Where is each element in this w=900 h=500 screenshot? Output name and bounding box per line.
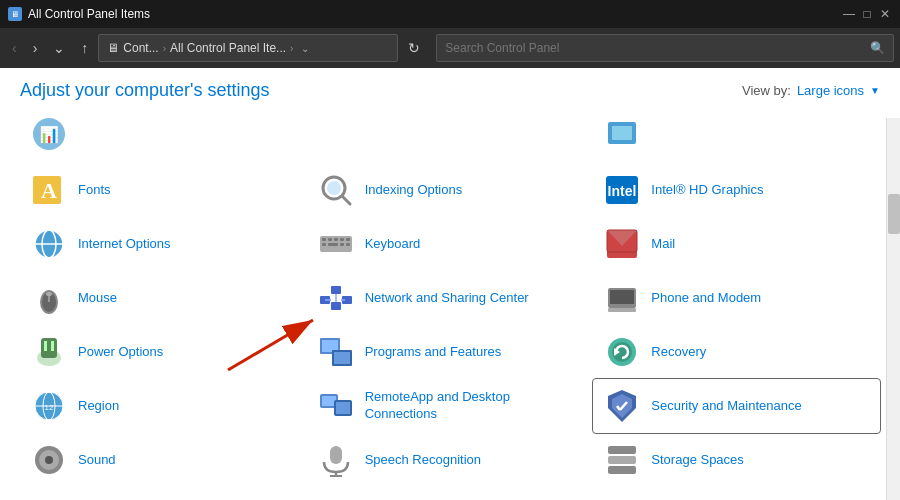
- search-icon: 🔍: [870, 41, 885, 55]
- recovery-icon: [603, 333, 641, 371]
- security-icon: [603, 387, 641, 425]
- list-item[interactable]: [593, 109, 880, 157]
- fonts-label: Fonts: [78, 182, 111, 199]
- list-item[interactable]: Phone and Modem: [593, 271, 880, 325]
- up-button[interactable]: ↑: [75, 36, 94, 60]
- list-item[interactable]: Recovery: [593, 325, 880, 379]
- view-by-dropdown-icon[interactable]: ▼: [870, 85, 880, 96]
- svg-rect-21: [322, 243, 326, 246]
- indexing-label: Indexing Options: [365, 182, 463, 199]
- svg-rect-71: [330, 446, 342, 464]
- minimize-button[interactable]: —: [842, 7, 856, 21]
- title-bar: 🖥 All Control Panel Items — □ ✕: [0, 0, 900, 28]
- storage-label: Storage Spaces: [651, 452, 744, 469]
- svg-rect-76: [608, 466, 636, 474]
- list-item[interactable]: 12 Region: [20, 379, 307, 433]
- remoteapp-icon: [317, 387, 355, 425]
- indexing-icon: [317, 171, 355, 209]
- title-controls: — □ ✕: [842, 7, 892, 21]
- list-item[interactable]: Intel Intel® HD Graphics: [593, 163, 880, 217]
- partial-top-row: 📊: [0, 109, 900, 157]
- mail-label: Mail: [651, 236, 675, 253]
- svg-rect-46: [44, 341, 47, 351]
- path-text2: All Control Panel Ite...: [170, 41, 286, 55]
- list-item[interactable]: [307, 109, 594, 157]
- fonts-icon: A: [30, 171, 68, 209]
- forward-button[interactable]: ›: [27, 36, 44, 60]
- list-item[interactable]: Speech Recognition: [307, 433, 594, 487]
- partial-icon-3: [603, 115, 641, 153]
- region-icon: 12: [30, 387, 68, 425]
- phone-label: Phone and Modem: [651, 290, 761, 307]
- close-button[interactable]: ✕: [878, 7, 892, 21]
- search-input[interactable]: [445, 41, 870, 55]
- mouse-icon: [30, 279, 68, 317]
- view-by-value[interactable]: Large icons: [797, 83, 864, 98]
- security-label: Security and Maintenance: [651, 398, 801, 415]
- sound-label: Sound: [78, 452, 116, 469]
- svg-rect-22: [328, 243, 338, 246]
- list-item[interactable]: Mail: [593, 217, 880, 271]
- list-item[interactable]: Indexing Options: [307, 163, 594, 217]
- list-item[interactable]: Network and Sharing Center: [307, 271, 594, 325]
- svg-rect-43: [608, 308, 636, 312]
- recent-locations-button[interactable]: ⌄: [47, 36, 71, 60]
- svg-rect-42: [610, 290, 634, 304]
- phone-icon: [603, 279, 641, 317]
- content-header: Adjust your computer's settings View by:…: [0, 68, 900, 109]
- power-label: Power Options: [78, 344, 163, 361]
- partial-icon-1: 📊: [30, 115, 68, 153]
- svg-rect-45: [41, 338, 57, 358]
- maximize-button[interactable]: □: [860, 7, 874, 21]
- speech-label: Speech Recognition: [365, 452, 481, 469]
- list-item[interactable]: Internet Options: [20, 217, 307, 271]
- list-item[interactable]: RemoteApp and Desktop Connections: [307, 379, 594, 433]
- refresh-button[interactable]: ↻: [402, 36, 426, 60]
- back-button[interactable]: ‹: [6, 36, 23, 60]
- svg-rect-35: [331, 302, 341, 310]
- svg-text:Intel: Intel: [608, 183, 637, 199]
- path-icon: 🖥: [107, 41, 119, 55]
- mouse-label: Mouse: [78, 290, 117, 307]
- search-box[interactable]: 🔍: [436, 34, 894, 62]
- list-item[interactable]: Security and Maintenance: [593, 379, 880, 433]
- svg-text:A: A: [41, 178, 57, 203]
- window-title: All Control Panel Items: [28, 7, 150, 21]
- svg-point-70: [45, 456, 53, 464]
- internet-icon: [30, 225, 68, 263]
- svg-rect-33: [331, 286, 341, 294]
- scrollbar-thumb[interactable]: [888, 194, 900, 234]
- list-item[interactable]: Power Options: [20, 325, 307, 379]
- items-container: A Fonts Indexing Options: [0, 159, 900, 491]
- app-icon: 🖥: [8, 7, 22, 21]
- svg-rect-19: [340, 238, 344, 241]
- list-item[interactable]: 📊: [20, 109, 307, 157]
- sound-icon: [30, 441, 68, 479]
- svg-text:12: 12: [45, 403, 54, 412]
- svg-rect-47: [51, 341, 54, 351]
- path-separator2: ›: [290, 43, 293, 54]
- path-dropdown-arrow[interactable]: ⌄: [297, 43, 313, 54]
- list-item[interactable]: Storage Spaces: [593, 433, 880, 487]
- list-item[interactable]: Programs and Features: [307, 325, 594, 379]
- scrollbar[interactable]: [886, 118, 900, 500]
- svg-rect-51: [334, 352, 350, 364]
- svg-rect-74: [608, 446, 636, 454]
- address-bar: ‹ › ⌄ ↑ 🖥 Cont... › All Control Panel It…: [0, 28, 900, 68]
- address-path[interactable]: 🖥 Cont... › All Control Panel Ite... › ⌄: [98, 34, 398, 62]
- keyboard-icon: [317, 225, 355, 263]
- svg-rect-61: [322, 396, 336, 406]
- svg-rect-24: [346, 243, 350, 246]
- intel-label: Intel® HD Graphics: [651, 182, 763, 199]
- svg-point-31: [46, 292, 52, 296]
- speech-icon: [317, 441, 355, 479]
- list-item[interactable]: Mouse: [20, 271, 307, 325]
- list-item[interactable]: A Fonts: [20, 163, 307, 217]
- svg-rect-63: [336, 402, 350, 414]
- storage-icon: [603, 441, 641, 479]
- items-grid: A Fonts Indexing Options: [20, 163, 880, 487]
- svg-text:📊: 📊: [39, 125, 59, 144]
- list-item[interactable]: Sound: [20, 433, 307, 487]
- intel-icon: Intel: [603, 171, 641, 209]
- list-item[interactable]: Keyboard: [307, 217, 594, 271]
